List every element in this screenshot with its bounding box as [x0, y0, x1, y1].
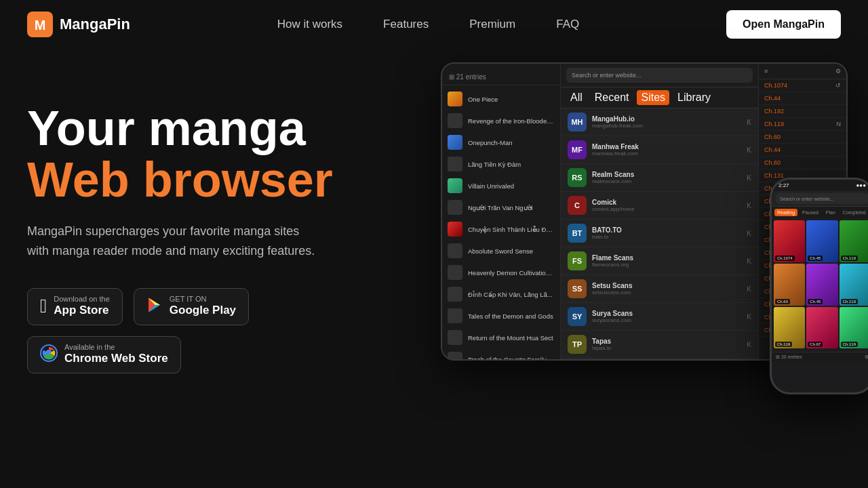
phone-tab-reading[interactable]: Reading: [774, 209, 797, 216]
entries-count: ⊞ 21 entries: [442, 69, 560, 85]
list-item: Return of the Mount Hua Sect: [442, 327, 560, 348]
thumb: [448, 157, 462, 171]
logo[interactable]: M MangaPin: [27, 12, 130, 37]
nav-link-faq[interactable]: FAQ: [556, 18, 579, 30]
hero-title-line2: Web browser: [27, 155, 393, 206]
list-item: Ch.119 N: [759, 118, 846, 131]
url-bar: Search or enter website...: [566, 68, 753, 83]
manga-cover[interactable]: Ch.119: [774, 307, 805, 349]
list-item: Ch.60: [759, 157, 846, 169]
nav-item-how-it-works[interactable]: How it works: [277, 18, 342, 31]
phone-time: 2:27: [778, 182, 789, 188]
list-item: Onepunch-Man: [442, 131, 560, 153]
list-item[interactable]: MF Manhwa Freak manhwa-freak.com K: [561, 136, 758, 164]
list-item[interactable]: FS Flame Scans flamescans.org K: [561, 247, 758, 275]
site-icon: C: [568, 196, 587, 215]
hero-left: Your manga Web browser MangaPin supercha…: [27, 89, 393, 373]
manga-cover[interactable]: Ch.45: [806, 220, 837, 262]
thumb: [448, 330, 462, 345]
list-item: Đỉnh Cấp Khi Vàn, Lãng Lã...: [442, 283, 560, 305]
nav-link-how-it-works[interactable]: How it works: [277, 18, 342, 30]
nav-links: How it works Features Premium FAQ: [277, 18, 579, 31]
tablet-browser-panel: Search or enter website... All Recent Si…: [561, 64, 758, 359]
list-item[interactable]: C Comick comick.app/home K: [561, 192, 758, 220]
phone-browser-bar: Search or enter website...: [772, 191, 868, 207]
list-item: Ch.60: [759, 131, 846, 144]
site-icon: FS: [568, 251, 587, 270]
mangapin-logo-icon: M: [27, 12, 53, 37]
site-icon: MF: [568, 140, 587, 159]
list-item: Người Trăn Van Người: [442, 197, 560, 218]
nav-item-faq[interactable]: FAQ: [556, 18, 579, 31]
browser-bar: Search or enter website...: [561, 64, 758, 87]
list-item[interactable]: RS Realm Scans realmscans.com K: [561, 164, 758, 192]
phone-mockup: 2:27 ●●● Search or enter website... Read…: [770, 178, 868, 394]
svg-text:M: M: [35, 18, 46, 33]
list-item[interactable]: MH MangaHub.io mangahub.freak.com K: [561, 108, 758, 136]
list-item[interactable]: TP Tapas tapas.io K: [561, 331, 758, 359]
phone-settings-icon: ⚙: [865, 354, 868, 360]
nav-item-features[interactable]: Features: [383, 18, 429, 31]
tab-sites[interactable]: Sites: [637, 90, 669, 105]
app-store-small: Download on the: [54, 296, 110, 303]
list-item: Trash of the Count's Family: [442, 348, 560, 359]
download-buttons:  Download on the App Store GE: [27, 288, 393, 373]
tab-library[interactable]: Library: [673, 90, 715, 105]
google-play-big: Google Play: [170, 303, 236, 318]
chrome-store-small: Available in the: [64, 344, 168, 351]
list-item: Lãng Tiên Kỳ Đàm: [442, 153, 560, 175]
list-item: Ch.44: [759, 144, 846, 157]
thumb: [448, 308, 462, 323]
right-panel-header: ≡ ⚙: [759, 64, 846, 79]
thumb: [448, 135, 462, 150]
list-item: Tales of the Demon and Gods: [442, 305, 560, 327]
chrome-icon: [40, 344, 58, 365]
hero-desc-line1: MangaPin supercharges your favorite mang…: [27, 224, 299, 238]
nav-item-premium[interactable]: Premium: [469, 18, 515, 31]
google-play-icon: [146, 297, 163, 317]
manga-cover[interactable]: Ch.1074: [774, 220, 805, 262]
nav-link-features[interactable]: Features: [383, 18, 429, 30]
hero-section: Your manga Web browser MangaPin supercha…: [0, 49, 868, 488]
hero-desc-line2: with manga reader mode and many exciting…: [27, 244, 315, 258]
list-item[interactable]: SS Setsu Scans setsuscans.com K: [561, 275, 758, 303]
thumb: [448, 113, 462, 128]
tab-all[interactable]: All: [566, 90, 587, 105]
list-item[interactable]: SY Surya Scans suryascans.com K: [561, 303, 758, 331]
google-play-button[interactable]: GET IT ON Google Play: [134, 288, 249, 325]
hero-title-line1: Your manga: [27, 103, 393, 155]
thumb: [448, 265, 462, 280]
list-item: Ch.192: [759, 105, 846, 118]
phone-tabs: Reading Paused Plan Completed: [772, 207, 868, 218]
app-screenshots: ⊞ 21 entries One Piece Revenge of the Ir…: [441, 62, 868, 374]
manga-cover[interactable]: Ch.119: [840, 220, 868, 262]
manga-cover[interactable]: Ch.45: [806, 264, 837, 306]
phone-manga-grid: Ch.1074 Ch.45 Ch.119 Ch.60 Ch.45 Ch.119: [772, 218, 868, 350]
manga-cover[interactable]: Ch.119: [840, 264, 868, 306]
manga-cover[interactable]: Ch.119: [840, 307, 868, 349]
phone-tab-paused[interactable]: Paused: [800, 209, 821, 216]
list-item[interactable]: AS Astra Scans astrascans.com K: [561, 359, 758, 359]
manga-cover[interactable]: Ch.60: [774, 264, 805, 306]
list-item[interactable]: BT BATO.TO bato.to K: [561, 220, 758, 247]
tablet-reading-list: ⊞ 21 entries One Piece Revenge of the Ir…: [442, 64, 561, 359]
chrome-store-button[interactable]: Available in the Chrome Web Store: [27, 336, 181, 373]
phone-entries-count: ⊞ 20 entries: [776, 354, 802, 360]
nav-link-premium[interactable]: Premium: [469, 18, 515, 30]
navbar: M MangaPin How it works Features Premium…: [0, 0, 868, 49]
manga-cover[interactable]: Ch.67: [806, 307, 837, 349]
google-play-small: GET IT ON: [170, 296, 236, 303]
open-mangapin-button[interactable]: Open MangaPin: [726, 10, 841, 39]
phone-tab-completed[interactable]: Completed: [840, 209, 868, 216]
phone-tab-plan[interactable]: Plan: [823, 209, 838, 216]
hero-description: MangaPin supercharges your favorite mang…: [27, 222, 393, 261]
site-icon: TP: [568, 335, 587, 354]
chrome-store-big: Chrome Web Store: [64, 351, 168, 366]
logo-text: MangaPin: [60, 16, 130, 33]
app-store-button[interactable]:  Download on the App Store: [27, 288, 123, 325]
apple-icon: : [40, 297, 47, 316]
list-item: Absolute Sword Sense: [442, 240, 560, 262]
tab-recent[interactable]: Recent: [591, 90, 633, 105]
thumb: [448, 243, 462, 258]
site-icon: SY: [568, 307, 587, 326]
